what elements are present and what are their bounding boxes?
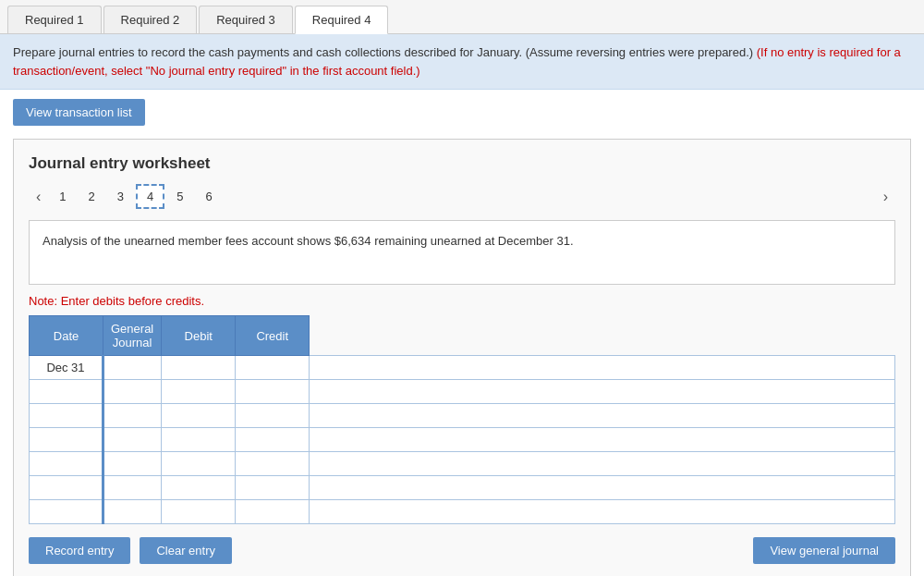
indicator-cell-1 — [103, 380, 162, 404]
tabs-container: Required 1 Required 2 Required 3 Require… — [0, 0, 924, 34]
general-journal-input-5[interactable] — [162, 476, 235, 499]
credit-input-4[interactable] — [310, 452, 894, 475]
credit-input-3[interactable] — [310, 428, 894, 451]
tab-required1[interactable]: Required 1 — [7, 6, 102, 33]
clear-entry-button[interactable]: Clear entry — [140, 537, 232, 564]
col-header-credit: Credit — [236, 316, 310, 356]
instructions-main: Prepare journal entries to record the ca… — [13, 45, 753, 59]
debit-cell-5[interactable] — [236, 476, 310, 500]
debit-input-6[interactable] — [236, 500, 309, 523]
view-general-journal-button[interactable]: View general journal — [753, 537, 895, 564]
indicator-cell-3 — [103, 428, 162, 452]
debit-input-0[interactable] — [236, 356, 309, 379]
bottom-buttons: Record entry Clear entry View general jo… — [29, 537, 895, 564]
general-journal-cell-6[interactable] — [162, 500, 236, 524]
view-transaction-button[interactable]: View transaction list — [13, 99, 145, 126]
general-journal-input-6[interactable] — [162, 500, 235, 523]
indicator-cell-4 — [103, 452, 162, 476]
credit-cell-5[interactable] — [310, 476, 895, 500]
page-1[interactable]: 1 — [49, 185, 76, 208]
debit-input-5[interactable] — [236, 476, 309, 499]
debit-cell-0[interactable] — [236, 356, 310, 380]
page-6[interactable]: 6 — [196, 185, 223, 208]
col-header-general: General Journal — [103, 316, 162, 356]
page-5[interactable]: 5 — [166, 185, 193, 208]
general-journal-input-2[interactable] — [162, 404, 235, 427]
debit-cell-6[interactable] — [236, 500, 310, 524]
general-journal-cell-5[interactable] — [162, 476, 236, 500]
page-4[interactable]: 4 — [136, 184, 164, 209]
debit-cell-1[interactable] — [236, 380, 310, 404]
date-cell-0: Dec 31 — [30, 356, 103, 380]
date-cell-1 — [30, 380, 103, 404]
general-journal-cell-2[interactable] — [162, 404, 236, 428]
tab-required3[interactable]: Required 3 — [199, 6, 293, 33]
date-cell-3 — [30, 428, 103, 452]
indicator-cell-5 — [103, 476, 162, 500]
general-journal-input-3[interactable] — [162, 428, 235, 451]
journal-table: Date General Journal Debit Credit Dec 31 — [29, 315, 895, 524]
page-2[interactable]: 2 — [79, 185, 105, 208]
worksheet-title: Journal entry worksheet — [29, 154, 895, 173]
debit-cell-2[interactable] — [236, 404, 310, 428]
general-journal-cell-0[interactable] — [162, 356, 236, 380]
credit-cell-6[interactable] — [310, 500, 895, 524]
credit-cell-0[interactable] — [310, 356, 895, 380]
date-cell-6 — [30, 500, 103, 524]
general-journal-input-4[interactable] — [162, 452, 235, 475]
tab-required2[interactable]: Required 2 — [103, 6, 198, 33]
indicator-cell-6 — [103, 500, 162, 524]
credit-cell-4[interactable] — [310, 452, 895, 476]
credit-input-1[interactable] — [310, 380, 894, 403]
col-header-debit: Debit — [162, 316, 236, 356]
tab-required4[interactable]: Required 4 — [295, 6, 389, 34]
general-journal-cell-3[interactable] — [162, 428, 236, 452]
general-journal-input-1[interactable] — [162, 380, 235, 403]
debit-input-1[interactable] — [236, 380, 309, 403]
credit-cell-3[interactable] — [310, 428, 895, 452]
table-row — [30, 404, 895, 428]
page-navigation: ‹ 1 2 3 4 5 6 › — [29, 184, 895, 209]
table-row: Dec 31 — [30, 356, 895, 380]
indicator-cell-0 — [103, 356, 162, 380]
table-row — [30, 452, 895, 476]
note-text: Note: Enter debits before credits. — [29, 294, 895, 308]
general-journal-input-0[interactable] — [162, 356, 235, 379]
description-box: Analysis of the unearned member fees acc… — [29, 220, 895, 285]
date-cell-2 — [30, 404, 103, 428]
credit-cell-1[interactable] — [310, 380, 895, 404]
table-row — [30, 428, 895, 452]
table-row — [30, 476, 895, 500]
indicator-cell-2 — [103, 404, 162, 428]
general-journal-cell-4[interactable] — [162, 452, 236, 476]
debit-cell-3[interactable] — [236, 428, 310, 452]
credit-input-6[interactable] — [310, 500, 894, 523]
credit-input-5[interactable] — [310, 476, 894, 499]
table-row — [30, 380, 895, 404]
col-header-date: Date — [30, 316, 103, 356]
debit-input-3[interactable] — [236, 428, 309, 451]
credit-input-0[interactable] — [310, 356, 894, 379]
debit-input-2[interactable] — [236, 404, 309, 427]
general-journal-cell-1[interactable] — [162, 380, 236, 404]
date-cell-4 — [30, 452, 103, 476]
worksheet-container: Journal entry worksheet ‹ 1 2 3 4 5 6 › … — [13, 139, 911, 576]
debit-cell-4[interactable] — [236, 452, 310, 476]
nav-prev-arrow[interactable]: ‹ — [29, 185, 48, 209]
page-3[interactable]: 3 — [107, 185, 134, 208]
date-cell-5 — [30, 476, 103, 500]
instructions-box: Prepare journal entries to record the ca… — [0, 34, 924, 90]
table-row — [30, 500, 895, 524]
credit-cell-2[interactable] — [310, 404, 895, 428]
record-entry-button[interactable]: Record entry — [29, 537, 130, 564]
debit-input-4[interactable] — [236, 452, 309, 475]
nav-next-arrow[interactable]: › — [876, 185, 895, 209]
credit-input-2[interactable] — [310, 404, 894, 427]
